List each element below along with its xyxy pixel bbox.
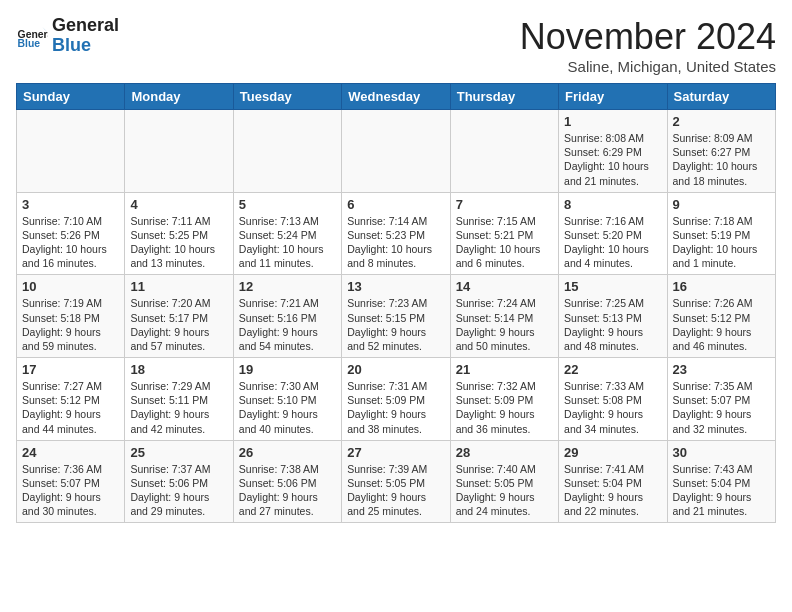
- day-header-thursday: Thursday: [450, 84, 558, 110]
- day-cell: 14Sunrise: 7:24 AMSunset: 5:14 PMDayligh…: [450, 275, 558, 358]
- day-cell: 9Sunrise: 7:18 AMSunset: 5:19 PMDaylight…: [667, 192, 775, 275]
- day-cell: 7Sunrise: 7:15 AMSunset: 5:21 PMDaylight…: [450, 192, 558, 275]
- day-info: Sunrise: 7:20 AMSunset: 5:17 PMDaylight:…: [130, 296, 227, 353]
- day-header-sunday: Sunday: [17, 84, 125, 110]
- calendar-body: 1Sunrise: 8:08 AMSunset: 6:29 PMDaylight…: [17, 110, 776, 523]
- day-number: 9: [673, 197, 770, 212]
- title-area: November 2024 Saline, Michigan, United S…: [520, 16, 776, 75]
- day-info: Sunrise: 7:15 AMSunset: 5:21 PMDaylight:…: [456, 214, 553, 271]
- day-info: Sunrise: 7:26 AMSunset: 5:12 PMDaylight:…: [673, 296, 770, 353]
- day-info: Sunrise: 7:39 AMSunset: 5:05 PMDaylight:…: [347, 462, 444, 519]
- day-number: 1: [564, 114, 661, 129]
- day-info: Sunrise: 7:35 AMSunset: 5:07 PMDaylight:…: [673, 379, 770, 436]
- month-title: November 2024: [520, 16, 776, 58]
- day-info: Sunrise: 7:16 AMSunset: 5:20 PMDaylight:…: [564, 214, 661, 271]
- day-cell: 4Sunrise: 7:11 AMSunset: 5:25 PMDaylight…: [125, 192, 233, 275]
- day-number: 24: [22, 445, 119, 460]
- logo: General Blue General Blue: [16, 16, 119, 56]
- day-cell: 26Sunrise: 7:38 AMSunset: 5:06 PMDayligh…: [233, 440, 341, 523]
- calendar-header: SundayMondayTuesdayWednesdayThursdayFrid…: [17, 84, 776, 110]
- day-info: Sunrise: 7:24 AMSunset: 5:14 PMDaylight:…: [456, 296, 553, 353]
- day-header-monday: Monday: [125, 84, 233, 110]
- day-cell: 6Sunrise: 7:14 AMSunset: 5:23 PMDaylight…: [342, 192, 450, 275]
- day-info: Sunrise: 7:13 AMSunset: 5:24 PMDaylight:…: [239, 214, 336, 271]
- logo-general: General: [52, 15, 119, 35]
- day-header-tuesday: Tuesday: [233, 84, 341, 110]
- day-header-wednesday: Wednesday: [342, 84, 450, 110]
- day-number: 22: [564, 362, 661, 377]
- day-info: Sunrise: 7:18 AMSunset: 5:19 PMDaylight:…: [673, 214, 770, 271]
- day-cell: [17, 110, 125, 193]
- day-info: Sunrise: 7:21 AMSunset: 5:16 PMDaylight:…: [239, 296, 336, 353]
- day-cell: 21Sunrise: 7:32 AMSunset: 5:09 PMDayligh…: [450, 358, 558, 441]
- day-info: Sunrise: 7:33 AMSunset: 5:08 PMDaylight:…: [564, 379, 661, 436]
- day-number: 7: [456, 197, 553, 212]
- day-cell: 23Sunrise: 7:35 AMSunset: 5:07 PMDayligh…: [667, 358, 775, 441]
- day-number: 28: [456, 445, 553, 460]
- day-header-saturday: Saturday: [667, 84, 775, 110]
- day-cell: 11Sunrise: 7:20 AMSunset: 5:17 PMDayligh…: [125, 275, 233, 358]
- day-cell: 2Sunrise: 8:09 AMSunset: 6:27 PMDaylight…: [667, 110, 775, 193]
- day-cell: 25Sunrise: 7:37 AMSunset: 5:06 PMDayligh…: [125, 440, 233, 523]
- header: General Blue General Blue November 2024 …: [16, 16, 776, 75]
- day-cell: [233, 110, 341, 193]
- day-info: Sunrise: 7:38 AMSunset: 5:06 PMDaylight:…: [239, 462, 336, 519]
- day-number: 26: [239, 445, 336, 460]
- logo-blue: Blue: [52, 35, 91, 55]
- day-cell: 19Sunrise: 7:30 AMSunset: 5:10 PMDayligh…: [233, 358, 341, 441]
- svg-text:Blue: Blue: [18, 38, 41, 49]
- week-row-4: 17Sunrise: 7:27 AMSunset: 5:12 PMDayligh…: [17, 358, 776, 441]
- day-number: 20: [347, 362, 444, 377]
- day-number: 25: [130, 445, 227, 460]
- day-cell: 3Sunrise: 7:10 AMSunset: 5:26 PMDaylight…: [17, 192, 125, 275]
- day-number: 6: [347, 197, 444, 212]
- day-number: 17: [22, 362, 119, 377]
- day-cell: 27Sunrise: 7:39 AMSunset: 5:05 PMDayligh…: [342, 440, 450, 523]
- day-info: Sunrise: 7:29 AMSunset: 5:11 PMDaylight:…: [130, 379, 227, 436]
- day-info: Sunrise: 7:10 AMSunset: 5:26 PMDaylight:…: [22, 214, 119, 271]
- day-number: 18: [130, 362, 227, 377]
- day-cell: 20Sunrise: 7:31 AMSunset: 5:09 PMDayligh…: [342, 358, 450, 441]
- day-number: 19: [239, 362, 336, 377]
- day-cell: 24Sunrise: 7:36 AMSunset: 5:07 PMDayligh…: [17, 440, 125, 523]
- day-number: 2: [673, 114, 770, 129]
- day-info: Sunrise: 7:31 AMSunset: 5:09 PMDaylight:…: [347, 379, 444, 436]
- day-info: Sunrise: 7:32 AMSunset: 5:09 PMDaylight:…: [456, 379, 553, 436]
- day-cell: 1Sunrise: 8:08 AMSunset: 6:29 PMDaylight…: [559, 110, 667, 193]
- day-number: 21: [456, 362, 553, 377]
- day-number: 4: [130, 197, 227, 212]
- week-row-1: 1Sunrise: 8:08 AMSunset: 6:29 PMDaylight…: [17, 110, 776, 193]
- day-info: Sunrise: 7:37 AMSunset: 5:06 PMDaylight:…: [130, 462, 227, 519]
- day-info: Sunrise: 8:09 AMSunset: 6:27 PMDaylight:…: [673, 131, 770, 188]
- day-cell: 17Sunrise: 7:27 AMSunset: 5:12 PMDayligh…: [17, 358, 125, 441]
- day-number: 5: [239, 197, 336, 212]
- day-number: 23: [673, 362, 770, 377]
- logo-text: General Blue: [52, 16, 119, 56]
- day-number: 30: [673, 445, 770, 460]
- day-cell: 16Sunrise: 7:26 AMSunset: 5:12 PMDayligh…: [667, 275, 775, 358]
- day-info: Sunrise: 7:23 AMSunset: 5:15 PMDaylight:…: [347, 296, 444, 353]
- day-info: Sunrise: 7:30 AMSunset: 5:10 PMDaylight:…: [239, 379, 336, 436]
- days-of-week-row: SundayMondayTuesdayWednesdayThursdayFrid…: [17, 84, 776, 110]
- day-cell: 29Sunrise: 7:41 AMSunset: 5:04 PMDayligh…: [559, 440, 667, 523]
- day-info: Sunrise: 7:41 AMSunset: 5:04 PMDaylight:…: [564, 462, 661, 519]
- day-number: 14: [456, 279, 553, 294]
- day-number: 3: [22, 197, 119, 212]
- day-number: 15: [564, 279, 661, 294]
- day-number: 13: [347, 279, 444, 294]
- day-number: 11: [130, 279, 227, 294]
- day-cell: 30Sunrise: 7:43 AMSunset: 5:04 PMDayligh…: [667, 440, 775, 523]
- day-number: 8: [564, 197, 661, 212]
- day-info: Sunrise: 7:43 AMSunset: 5:04 PMDaylight:…: [673, 462, 770, 519]
- week-row-5: 24Sunrise: 7:36 AMSunset: 5:07 PMDayligh…: [17, 440, 776, 523]
- week-row-3: 10Sunrise: 7:19 AMSunset: 5:18 PMDayligh…: [17, 275, 776, 358]
- day-number: 12: [239, 279, 336, 294]
- day-info: Sunrise: 7:36 AMSunset: 5:07 PMDaylight:…: [22, 462, 119, 519]
- day-info: Sunrise: 7:40 AMSunset: 5:05 PMDaylight:…: [456, 462, 553, 519]
- day-number: 27: [347, 445, 444, 460]
- day-info: Sunrise: 7:11 AMSunset: 5:25 PMDaylight:…: [130, 214, 227, 271]
- day-header-friday: Friday: [559, 84, 667, 110]
- day-cell: 13Sunrise: 7:23 AMSunset: 5:15 PMDayligh…: [342, 275, 450, 358]
- day-info: Sunrise: 7:25 AMSunset: 5:13 PMDaylight:…: [564, 296, 661, 353]
- day-number: 16: [673, 279, 770, 294]
